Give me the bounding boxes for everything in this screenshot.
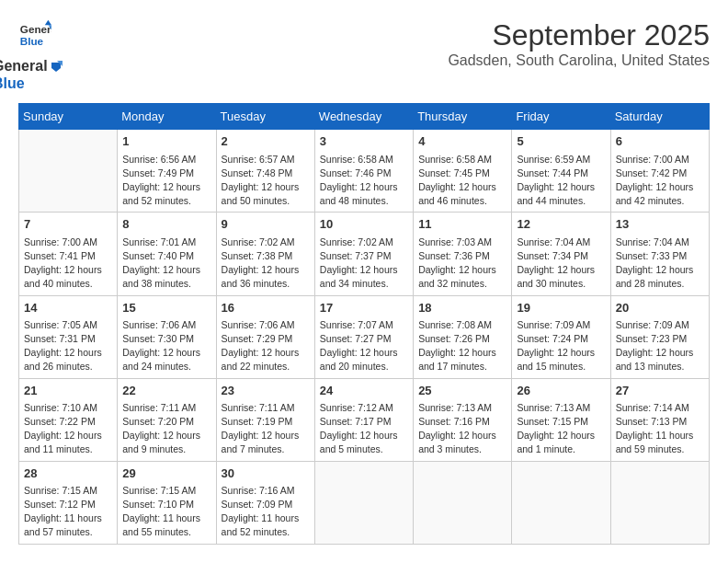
calendar-header-thursday: Thursday <box>414 104 512 130</box>
day-number: 9 <box>222 216 310 233</box>
logo: General Blue General Blue <box>18 18 63 92</box>
calendar-week-row: 14Sunrise: 7:05 AM Sunset: 7:31 PM Dayli… <box>19 295 710 378</box>
day-info: Sunrise: 7:09 AM Sunset: 7:24 PM Dayligh… <box>517 318 605 374</box>
calendar-cell: 6Sunrise: 7:00 AM Sunset: 7:42 PM Daylig… <box>610 130 709 213</box>
day-number: 10 <box>320 216 408 233</box>
logo-icon: General Blue <box>18 18 51 52</box>
calendar-header-monday: Monday <box>118 104 216 130</box>
calendar-cell: 20Sunrise: 7:09 AM Sunset: 7:23 PM Dayli… <box>610 295 709 378</box>
calendar-cell <box>610 461 709 544</box>
day-number: 13 <box>616 216 704 233</box>
calendar-cell: 25Sunrise: 7:13 AM Sunset: 7:16 PM Dayli… <box>414 378 512 461</box>
calendar-cell: 4Sunrise: 6:58 AM Sunset: 7:45 PM Daylig… <box>414 130 512 213</box>
calendar-cell: 1Sunrise: 6:56 AM Sunset: 7:49 PM Daylig… <box>118 130 216 213</box>
day-number: 21 <box>24 383 112 399</box>
day-number: 19 <box>517 300 605 316</box>
day-info: Sunrise: 6:57 AM Sunset: 7:48 PM Dayligh… <box>222 153 310 209</box>
calendar-header-wednesday: Wednesday <box>314 104 413 130</box>
calendar-cell <box>19 130 118 213</box>
day-info: Sunrise: 7:10 AM Sunset: 7:22 PM Dayligh… <box>24 401 112 457</box>
day-info: Sunrise: 7:00 AM Sunset: 7:42 PM Dayligh… <box>616 153 704 209</box>
calendar-cell: 15Sunrise: 7:06 AM Sunset: 7:30 PM Dayli… <box>118 295 216 378</box>
day-number: 20 <box>616 300 704 316</box>
logo-general: General <box>0 57 63 75</box>
day-info: Sunrise: 7:13 AM Sunset: 7:15 PM Dayligh… <box>517 401 605 457</box>
logo-arrow-icon <box>50 61 63 74</box>
day-number: 25 <box>418 383 506 399</box>
calendar-cell: 14Sunrise: 7:05 AM Sunset: 7:31 PM Dayli… <box>19 295 118 378</box>
calendar-cell: 8Sunrise: 7:01 AM Sunset: 7:40 PM Daylig… <box>118 213 216 295</box>
day-number: 29 <box>122 465 210 482</box>
day-info: Sunrise: 7:11 AM Sunset: 7:20 PM Dayligh… <box>122 401 210 457</box>
day-info: Sunrise: 6:56 AM Sunset: 7:49 PM Dayligh… <box>122 153 210 209</box>
calendar-cell <box>414 461 512 544</box>
svg-marker-4 <box>51 63 61 72</box>
day-info: Sunrise: 6:58 AM Sunset: 7:45 PM Dayligh… <box>418 153 506 209</box>
day-number: 24 <box>320 383 408 399</box>
day-number: 4 <box>418 133 506 150</box>
day-info: Sunrise: 7:05 AM Sunset: 7:31 PM Dayligh… <box>24 318 112 374</box>
calendar-cell: 9Sunrise: 7:02 AM Sunset: 7:38 PM Daylig… <box>216 213 314 295</box>
calendar-week-row: 1Sunrise: 6:56 AM Sunset: 7:49 PM Daylig… <box>19 130 710 213</box>
calendar-week-row: 28Sunrise: 7:15 AM Sunset: 7:12 PM Dayli… <box>19 461 710 544</box>
day-number: 27 <box>616 383 704 399</box>
calendar-cell: 18Sunrise: 7:08 AM Sunset: 7:26 PM Dayli… <box>414 295 512 378</box>
calendar-header-row: SundayMondayTuesdayWednesdayThursdayFrid… <box>19 104 710 130</box>
day-number: 6 <box>616 133 704 150</box>
day-info: Sunrise: 7:14 AM Sunset: 7:13 PM Dayligh… <box>616 401 704 457</box>
day-number: 7 <box>24 216 112 233</box>
day-info: Sunrise: 7:15 AM Sunset: 7:10 PM Dayligh… <box>122 484 210 540</box>
day-info: Sunrise: 7:15 AM Sunset: 7:12 PM Dayligh… <box>24 484 112 540</box>
day-number: 30 <box>222 465 310 482</box>
calendar-table: SundayMondayTuesdayWednesdayThursdayFrid… <box>18 103 710 544</box>
day-number: 16 <box>222 300 310 316</box>
day-number: 8 <box>122 216 210 233</box>
calendar-cell: 3Sunrise: 6:58 AM Sunset: 7:46 PM Daylig… <box>314 130 413 213</box>
day-info: Sunrise: 7:11 AM Sunset: 7:19 PM Dayligh… <box>222 401 310 457</box>
day-number: 2 <box>222 133 310 150</box>
day-info: Sunrise: 7:02 AM Sunset: 7:38 PM Dayligh… <box>222 236 310 292</box>
day-info: Sunrise: 7:08 AM Sunset: 7:26 PM Dayligh… <box>418 318 506 374</box>
calendar-cell: 24Sunrise: 7:12 AM Sunset: 7:17 PM Dayli… <box>314 378 413 461</box>
day-info: Sunrise: 7:06 AM Sunset: 7:30 PM Dayligh… <box>122 318 210 374</box>
day-number: 3 <box>320 133 408 150</box>
day-info: Sunrise: 7:16 AM Sunset: 7:09 PM Dayligh… <box>222 484 310 540</box>
calendar-cell: 7Sunrise: 7:00 AM Sunset: 7:41 PM Daylig… <box>19 213 118 295</box>
calendar-cell: 19Sunrise: 7:09 AM Sunset: 7:24 PM Dayli… <box>512 295 610 378</box>
day-info: Sunrise: 6:59 AM Sunset: 7:44 PM Dayligh… <box>517 153 605 209</box>
calendar-cell: 21Sunrise: 7:10 AM Sunset: 7:22 PM Dayli… <box>19 378 118 461</box>
svg-text:Blue: Blue <box>20 35 44 47</box>
calendar-cell: 12Sunrise: 7:04 AM Sunset: 7:34 PM Dayli… <box>512 213 610 295</box>
calendar-cell: 13Sunrise: 7:04 AM Sunset: 7:33 PM Dayli… <box>610 213 709 295</box>
day-number: 28 <box>24 465 112 482</box>
day-info: Sunrise: 7:12 AM Sunset: 7:17 PM Dayligh… <box>320 401 408 457</box>
calendar-header-sunday: Sunday <box>19 104 118 130</box>
day-number: 12 <box>517 216 605 233</box>
calendar-cell: 10Sunrise: 7:02 AM Sunset: 7:37 PM Dayli… <box>314 213 413 295</box>
day-info: Sunrise: 7:09 AM Sunset: 7:23 PM Dayligh… <box>616 318 704 374</box>
day-info: Sunrise: 7:04 AM Sunset: 7:33 PM Dayligh… <box>616 236 704 292</box>
calendar-cell: 17Sunrise: 7:07 AM Sunset: 7:27 PM Dayli… <box>314 295 413 378</box>
day-number: 22 <box>122 383 210 399</box>
day-number: 18 <box>418 300 506 316</box>
day-number: 17 <box>320 300 408 316</box>
day-number: 23 <box>222 383 310 399</box>
day-number: 11 <box>418 216 506 233</box>
day-number: 5 <box>517 133 605 150</box>
calendar-cell: 23Sunrise: 7:11 AM Sunset: 7:19 PM Dayli… <box>216 378 314 461</box>
calendar-cell: 26Sunrise: 7:13 AM Sunset: 7:15 PM Dayli… <box>512 378 610 461</box>
calendar-header-friday: Friday <box>512 104 610 130</box>
calendar-header-saturday: Saturday <box>610 104 709 130</box>
calendar-cell: 5Sunrise: 6:59 AM Sunset: 7:44 PM Daylig… <box>512 130 610 213</box>
page-header: General Blue General Blue September 2025… <box>18 18 710 92</box>
calendar-week-row: 21Sunrise: 7:10 AM Sunset: 7:22 PM Dayli… <box>19 378 710 461</box>
calendar-cell: 30Sunrise: 7:16 AM Sunset: 7:09 PM Dayli… <box>216 461 314 544</box>
calendar-cell: 28Sunrise: 7:15 AM Sunset: 7:12 PM Dayli… <box>19 461 118 544</box>
day-info: Sunrise: 6:58 AM Sunset: 7:46 PM Dayligh… <box>320 153 408 209</box>
logo-blue: Blue <box>0 75 63 92</box>
day-info: Sunrise: 7:13 AM Sunset: 7:16 PM Dayligh… <box>418 401 506 457</box>
calendar-week-row: 7Sunrise: 7:00 AM Sunset: 7:41 PM Daylig… <box>19 213 710 295</box>
day-number: 15 <box>122 300 210 316</box>
day-info: Sunrise: 7:02 AM Sunset: 7:37 PM Dayligh… <box>320 236 408 292</box>
page-title: September 2025 <box>448 18 710 52</box>
